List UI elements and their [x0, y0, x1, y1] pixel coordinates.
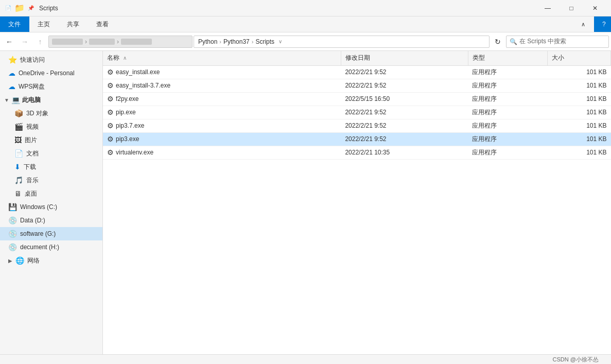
col-header-type[interactable]: 类型 [468, 51, 547, 65]
thispc-collapse-icon: ▼ [4, 97, 9, 103]
tab-share[interactable]: 共享 [59, 16, 88, 32]
file-icon: ⚙ [107, 68, 114, 76]
sidebar-label-quick-access: 快速访问 [20, 56, 45, 64]
table-row[interactable]: ⚙pip3.7.exe2022/2/21 9:52应用程序101 KB [103, 119, 611, 132]
sidebar-label-drive-g: software (G:) [20, 230, 56, 237]
file-date: 2022/2/21 9:52 [341, 65, 468, 79]
file-size: 101 KB [547, 65, 610, 79]
file-icon: ⚙ [107, 148, 114, 157]
sidebar-label-thispc: 此电脑 [22, 96, 41, 105]
file-name: pip3.7.exe [116, 122, 144, 129]
sidebar-label-drive-d: Data (D:) [20, 217, 45, 224]
table-row[interactable]: ⚙pip3.exe2022/2/21 9:52应用程序101 KB [103, 132, 611, 146]
documents-icon: 📄 [14, 149, 23, 158]
window-title: Scripts [39, 5, 536, 12]
star-icon: ⭐ [8, 56, 17, 64]
search-box[interactable]: 🔍 在 Scripts 中搜索 [506, 36, 609, 48]
sidebar-item-drive-h[interactable]: 💿 decument (H:) [0, 240, 102, 254]
file-type: 应用程序 [468, 106, 547, 119]
pictures-icon: 🖼 [14, 136, 22, 144]
refresh-button[interactable]: ↻ [491, 34, 505, 49]
file-size: 101 KB [547, 79, 610, 92]
tab-home[interactable]: 主页 [29, 16, 59, 32]
col-header-size[interactable]: 大小 [547, 51, 610, 65]
table-row[interactable]: ⚙virtualenv.exe2022/2/21 10:35应用程序101 KB [103, 146, 611, 159]
up-button[interactable]: ↑ [33, 34, 47, 49]
file-area: 名称 ∧ 修改日期 类型 大小 ⚙easy_install.exe2022/2/… [103, 51, 611, 354]
sidebar-item-drive-c[interactable]: 💾 Windows (C:) [0, 200, 102, 214]
file-size: 101 KB [547, 106, 610, 119]
network-collapse-icon: ▶ [8, 258, 12, 264]
address-bar: ← → ↑ › › Python › Python37 › Scripts ∨ … [0, 32, 611, 51]
table-header: 名称 ∧ 修改日期 类型 大小 [103, 51, 611, 65]
sidebar-label-drive-c: Windows (C:) [20, 203, 57, 211]
drive-h-icon: 💿 [8, 243, 17, 251]
sep1: › [219, 39, 221, 45]
file-icon: ⚙ [107, 81, 114, 90]
sidebar-item-network[interactable]: ▶ 🌐 网络 [0, 254, 102, 267]
table-row[interactable]: ⚙easy_install.exe2022/2/21 9:52应用程序101 K… [103, 65, 611, 79]
sidebar-label-videos: 视频 [26, 123, 39, 131]
sidebar-label-3d: 3D 对象 [26, 109, 48, 118]
file-type: 应用程序 [468, 79, 547, 92]
sidebar-item-drive-d[interactable]: 💿 Data (D:) [0, 214, 102, 227]
table-row[interactable]: ⚙f2py.exe2022/5/15 16:50应用程序101 KB [103, 92, 611, 106]
file-icon: ⚙ [107, 135, 114, 143]
computer-icon: 💻 [11, 96, 20, 104]
col-header-date[interactable]: 修改日期 [341, 51, 468, 65]
search-placeholder: 在 Scripts 中搜索 [519, 37, 566, 46]
sidebar-item-onedrive[interactable]: ☁ OneDrive - Personal [0, 66, 102, 80]
tab-view[interactable]: 查看 [88, 16, 117, 32]
file-size: 101 KB [547, 92, 610, 106]
file-date: 2022/2/21 9:52 [341, 132, 468, 146]
pin-icon: 📌 [27, 4, 35, 12]
address-dropdown-icon[interactable]: ∨ [278, 39, 282, 44]
sidebar-item-videos[interactable]: 🎬 视频 [0, 120, 102, 133]
sidebar-section-thispc[interactable]: ▼ 💻 此电脑 [0, 93, 102, 107]
table-row[interactable]: ⚙easy_install-3.7.exe2022/2/21 9:52应用程序1… [103, 79, 611, 92]
sidebar-item-pictures[interactable]: 🖼 图片 [0, 133, 102, 147]
drive-c-icon: 💾 [8, 203, 17, 211]
file-type: 应用程序 [468, 146, 547, 159]
sidebar-item-3dobjects[interactable]: 📦 3D 对象 [0, 107, 102, 120]
main-layout: ⭐ 快速访问 ☁ OneDrive - Personal ☁ WPS网盘 ▼ 💻… [0, 51, 611, 354]
music-icon: 🎵 [14, 176, 23, 184]
network-icon: 🌐 [15, 256, 24, 265]
forward-button[interactable]: → [18, 34, 32, 49]
sidebar-item-desktop[interactable]: 🖥 桌面 [0, 187, 102, 200]
ribbon: 文件 主页 共享 查看 ∧ ? [0, 16, 611, 32]
sidebar-item-music[interactable]: 🎵 音乐 [0, 174, 102, 187]
sidebar-item-quick-access[interactable]: ⭐ 快速访问 [0, 53, 102, 66]
ribbon-help-btn[interactable]: ? [594, 16, 611, 32]
file-name: easy_install.exe [116, 68, 160, 76]
file-date: 2022/2/21 10:35 [341, 146, 468, 159]
sidebar-item-wps[interactable]: ☁ WPS网盘 [0, 80, 102, 93]
watermark-text: CSDN @小徐不怂 [553, 356, 599, 363]
drive-d-icon: 💿 [8, 216, 17, 224]
file-date: 2022/5/15 16:50 [341, 92, 468, 106]
breadcrumb-python: Python [198, 38, 217, 45]
sep2: › [252, 39, 254, 45]
sidebar-label-drive-h: decument (H:) [20, 244, 59, 251]
minimize-button[interactable]: — [536, 0, 560, 16]
close-button[interactable]: ✕ [583, 0, 607, 16]
sidebar-label-network: 网络 [27, 256, 40, 265]
file-size: 101 KB [547, 119, 610, 132]
downloads-icon: ⬇ [14, 163, 21, 171]
col-header-name[interactable]: 名称 ∧ [103, 51, 341, 65]
back-button[interactable]: ← [2, 34, 16, 49]
sidebar-item-documents[interactable]: 📄 文档 [0, 147, 102, 160]
sidebar-label-desktop: 桌面 [25, 189, 37, 198]
file-table: 名称 ∧ 修改日期 类型 大小 ⚙easy_install.exe2022/2/… [103, 51, 611, 160]
sidebar-item-drive-g[interactable]: 💿 software (G:) [0, 227, 102, 240]
window-controls: — □ ✕ [536, 0, 607, 16]
ribbon-collapse-btn[interactable]: ∧ [573, 16, 594, 32]
sidebar-item-downloads[interactable]: ⬇ 下载 [0, 160, 102, 174]
address-breadcrumb[interactable]: Python › Python37 › Scripts ∨ [194, 36, 490, 48]
onedrive-icon: ☁ [8, 69, 15, 77]
tab-file[interactable]: 文件 [0, 16, 29, 32]
file-icon: ⚙ [107, 122, 114, 130]
maximize-button[interactable]: □ [560, 0, 583, 16]
file-icon: ⚙ [107, 108, 114, 116]
table-row[interactable]: ⚙pip.exe2022/2/21 9:52应用程序101 KB [103, 106, 611, 119]
